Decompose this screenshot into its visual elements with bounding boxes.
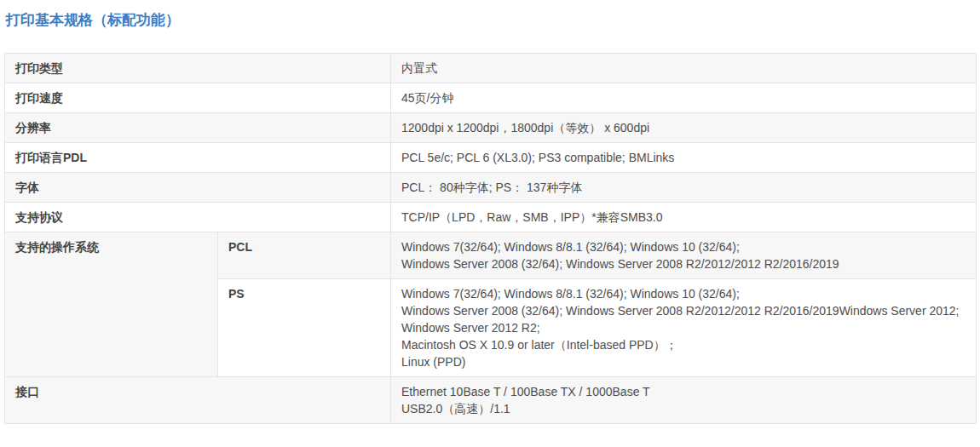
row-value: Ethernet 10Base T / 100Base TX / 1000Bas… — [391, 377, 977, 424]
table-row-interface: 接口 Ethernet 10Base T / 100Base TX / 1000… — [5, 377, 977, 424]
row-label: 打印类型 — [5, 54, 391, 83]
row-label: 字体 — [5, 173, 391, 203]
row-value: PCL 5e/c; PCL 6 (XL3.0); PS3 compatible;… — [391, 143, 977, 173]
row-value: 45页/分钟 — [391, 83, 977, 113]
row-label-os: 支持的操作系统 — [5, 232, 218, 377]
spec-content: 打印基本规格（标配功能） 打印类型 内置式 打印速度 45页/分钟 分辨率 12… — [0, 0, 980, 424]
row-label: 打印语言PDL — [5, 143, 391, 173]
row-value: 1200dpi x 1200dpi，1800dpi（等效） x 600dpi — [391, 113, 977, 143]
table-row: 打印类型 内置式 — [5, 54, 977, 83]
table-row: 打印语言PDL PCL 5e/c; PCL 6 (XL3.0); PS3 com… — [5, 143, 977, 173]
row-value: TCP/IP（LPD，Raw，SMB，IPP）*兼容SMB3.0 — [391, 203, 977, 232]
sub-row-label-pcl: PCL — [218, 232, 391, 279]
table-row: 字体 PCL： 80种字体; PS： 137种字体 — [5, 173, 977, 203]
page-title: 打印基本规格（标配功能） — [6, 11, 977, 30]
row-label: 分辨率 — [5, 113, 391, 143]
sub-row-label-ps: PS — [218, 279, 391, 377]
row-label: 支持协议 — [5, 203, 391, 232]
sub-row-value-ps: Windows 7(32/64); Windows 8/8.1 (32/64);… — [391, 279, 977, 377]
row-value: PCL： 80种字体; PS： 137种字体 — [391, 173, 977, 203]
sub-row-value-pcl: Windows 7(32/64); Windows 8/8.1 (32/64);… — [391, 232, 977, 279]
table-row: 支持协议 TCP/IP（LPD，Raw，SMB，IPP）*兼容SMB3.0 — [5, 203, 977, 232]
row-value: 内置式 — [391, 54, 977, 83]
row-label: 打印速度 — [5, 83, 391, 113]
table-row: 打印速度 45页/分钟 — [5, 83, 977, 113]
table-row: 分辨率 1200dpi x 1200dpi，1800dpi（等效） x 600d… — [5, 113, 977, 143]
table-row-os-pcl: 支持的操作系统 PCL Windows 7(32/64); Windows 8/… — [5, 232, 977, 279]
row-label: 接口 — [5, 377, 391, 424]
spec-page: 打印基本规格（标配功能） 打印类型 内置式 打印速度 45页/分钟 分辨率 12… — [0, 0, 980, 447]
print-spec-table: 打印类型 内置式 打印速度 45页/分钟 分辨率 1200dpi x 1200d… — [4, 53, 977, 424]
